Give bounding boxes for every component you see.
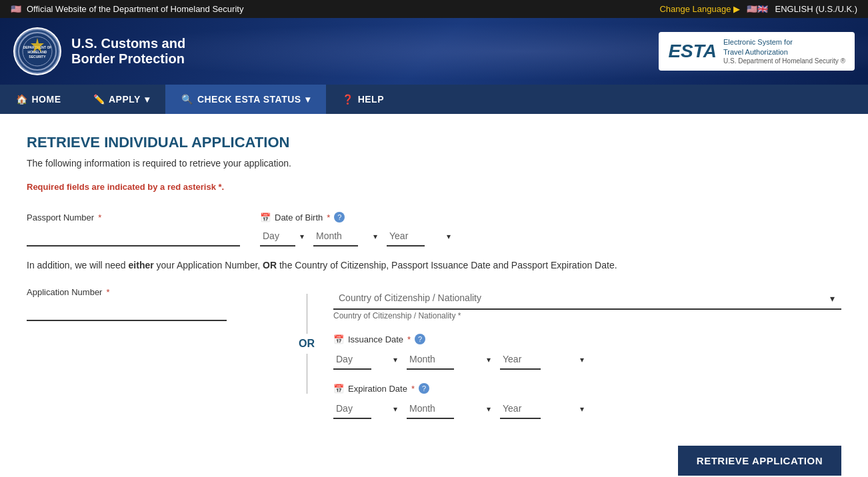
- left-section: Application Number *: [27, 287, 280, 432]
- issuance-label: 📅 Issuance Date * ?: [333, 334, 841, 344]
- dob-month-wrap: Month ▾: [313, 227, 380, 246]
- or-divider-col: OR: [280, 287, 333, 432]
- expiration-date-selects: Day ▾ Month ▾ Year ▾: [333, 399, 841, 419]
- or-text: OR: [299, 334, 315, 354]
- chevron-down-icon-2: ▾: [305, 94, 311, 105]
- citizenship-select-wrap: Country of Citizenship / Nationality ▾: [333, 287, 841, 310]
- calendar-icon: 📅: [260, 213, 271, 223]
- app-number-label: Application Number *: [27, 287, 227, 297]
- chevron-down-icon: ▾: [145, 94, 150, 105]
- nav-home[interactable]: 🏠 HOME: [0, 85, 77, 114]
- issuance-date-selects: Day ▾ Month ▾ Year ▾: [333, 350, 841, 370]
- nav-check-label: CHECK ESTA STATUS: [197, 94, 301, 105]
- issuance-year-wrap: Year ▾: [500, 350, 587, 370]
- nav-help-label: HELP: [358, 94, 384, 105]
- question-icon: ❓: [342, 94, 354, 105]
- submit-row: RETRIEVE APPLICATION: [27, 432, 841, 477]
- main-content: RETRIEVE INDIVIDUAL APPLICATION The foll…: [0, 114, 868, 477]
- us-flag-icon: 🇺🇸: [11, 4, 21, 14]
- top-bar: 🇺🇸 Official Website of the Department of…: [0, 0, 868, 18]
- retrieve-application-button[interactable]: RETRIEVE APPLICATION: [678, 446, 841, 476]
- dob-month-select[interactable]: Month: [313, 227, 358, 246]
- seal-inner: DEPARTMENT OF HOMELAND SECURITY: [15, 29, 60, 74]
- header-right: ESTA Electronic System for Travel Author…: [659, 32, 855, 71]
- expiration-year-wrap: Year ▾: [500, 399, 587, 419]
- application-number-group: Application Number *: [27, 287, 227, 321]
- esta-logo: ESTA Electronic System for Travel Author…: [659, 32, 855, 71]
- or-line-top: [307, 294, 307, 334]
- issuance-day-select[interactable]: Day: [333, 350, 371, 370]
- issuance-date-group: 📅 Issuance Date * ? Day ▾ Month: [333, 334, 841, 370]
- expiration-month-select[interactable]: Month: [407, 399, 454, 419]
- nav-help[interactable]: ❓ HELP: [326, 85, 400, 114]
- home-icon: 🏠: [16, 94, 28, 105]
- chevron-down-dob-year: ▾: [447, 232, 451, 241]
- expiration-date-group: 📅 Expiration Date * ? Day ▾ Month: [333, 383, 841, 419]
- svg-text:HOMELAND: HOMELAND: [28, 50, 47, 54]
- chevron-issuance-year: ▾: [580, 355, 584, 364]
- passport-number-input[interactable]: [27, 227, 240, 246]
- header: DEPARTMENT OF HOMELAND SECURITY U.S. Cus…: [0, 18, 868, 85]
- agency-line2: Border Protection: [71, 51, 185, 67]
- dob-day-wrap: Day ▾: [260, 227, 307, 246]
- issuance-month-wrap: Month ▾: [407, 350, 493, 370]
- calendar-icon-issuance: 📅: [333, 334, 344, 344]
- chevron-expiration-year: ▾: [580, 404, 584, 414]
- nav-check-esta[interactable]: 🔍 CHECK ESTA STATUS ▾: [165, 85, 326, 114]
- change-language-button[interactable]: Change Language ▶: [659, 4, 740, 14]
- issuance-help-icon[interactable]: ?: [415, 334, 425, 344]
- expiration-help-icon[interactable]: ?: [419, 383, 429, 394]
- svg-text:SECURITY: SECURITY: [29, 55, 46, 59]
- expiration-label: 📅 Expiration Date * ?: [333, 383, 841, 394]
- chevron-expiration-month: ▾: [487, 404, 491, 414]
- header-left: DEPARTMENT OF HOMELAND SECURITY U.S. Cus…: [13, 27, 185, 75]
- application-number-input[interactable]: [27, 301, 227, 321]
- issuance-month-select[interactable]: Month: [407, 350, 454, 370]
- dhs-seal: DEPARTMENT OF HOMELAND SECURITY: [13, 27, 61, 75]
- expiration-day-select[interactable]: Day: [333, 399, 371, 419]
- chevron-issuance-day: ▾: [393, 355, 397, 364]
- pencil-icon: ✏️: [93, 94, 105, 105]
- dob-year-select[interactable]: Year: [387, 227, 425, 246]
- flag-icons: 🇺🇸🇬🇧: [747, 4, 768, 14]
- nav-apply-label: APPLY: [109, 94, 141, 105]
- citizenship-group: Country of Citizenship / Nationality ▾ C…: [333, 287, 841, 320]
- or-divider: OR: [299, 294, 315, 394]
- dob-day-select[interactable]: Day: [260, 227, 295, 246]
- passport-number-group: Passport Number *: [27, 213, 240, 246]
- page-title: RETRIEVE INDIVIDUAL APPLICATION: [27, 134, 841, 151]
- issuance-day-wrap: Day ▾: [333, 350, 400, 370]
- nav-home-label: HOME: [32, 94, 61, 105]
- top-bar-left: 🇺🇸 Official Website of the Department of…: [11, 4, 243, 14]
- dob-label: 📅 Date of Birth * ?: [260, 212, 841, 223]
- dob-help-icon[interactable]: ?: [334, 212, 345, 223]
- dob-date-selects: Day ▾ Month ▾ Year ▾: [260, 227, 841, 246]
- required-notice: Required fields are indicated by a red a…: [27, 182, 841, 192]
- chevron-expiration-day: ▾: [393, 404, 397, 414]
- passport-dob-row: Passport Number * 📅 Date of Birth * ? Da…: [27, 212, 841, 246]
- right-section: Country of Citizenship / Nationality ▾ C…: [333, 287, 841, 432]
- top-bar-right: Change Language ▶ 🇺🇸🇬🇧 ENGLISH (U.S./U.K…: [659, 4, 857, 14]
- official-text: Official Website of the Department of Ho…: [27, 4, 243, 14]
- search-icon: 🔍: [181, 94, 193, 105]
- chevron-right-icon: ▶: [733, 4, 740, 14]
- citizenship-label-below: Country of Citizenship / Nationality *: [333, 311, 841, 320]
- esta-text: ESTA: [668, 41, 717, 62]
- chevron-down-dob-month: ▾: [373, 232, 377, 241]
- citizenship-select[interactable]: Country of Citizenship / Nationality: [333, 287, 841, 310]
- page-subtitle: The following information is required to…: [27, 158, 841, 169]
- agency-line1: U.S. Customs and: [71, 36, 185, 51]
- issuance-year-select[interactable]: Year: [500, 350, 541, 370]
- two-column-section: Application Number * OR Country of Citiz…: [27, 287, 841, 432]
- either-text: In addition, we will need either your Ap…: [27, 260, 841, 270]
- or-line-bottom: [307, 354, 307, 394]
- calendar-icon-expiration: 📅: [333, 384, 344, 394]
- main-nav: 🏠 HOME ✏️ APPLY ▾ 🔍 CHECK ESTA STATUS ▾ …: [0, 85, 868, 114]
- esta-description: Electronic System for Travel Authorizati…: [723, 37, 845, 65]
- passport-label: Passport Number *: [27, 213, 240, 223]
- dob-group: 📅 Date of Birth * ? Day ▾ Month ▾: [260, 212, 841, 246]
- dob-year-wrap: Year ▾: [387, 227, 453, 246]
- expiration-year-select[interactable]: Year: [500, 399, 541, 419]
- language-label: ENGLISH (U.S./U.K.): [775, 4, 857, 14]
- nav-apply[interactable]: ✏️ APPLY ▾: [77, 85, 166, 114]
